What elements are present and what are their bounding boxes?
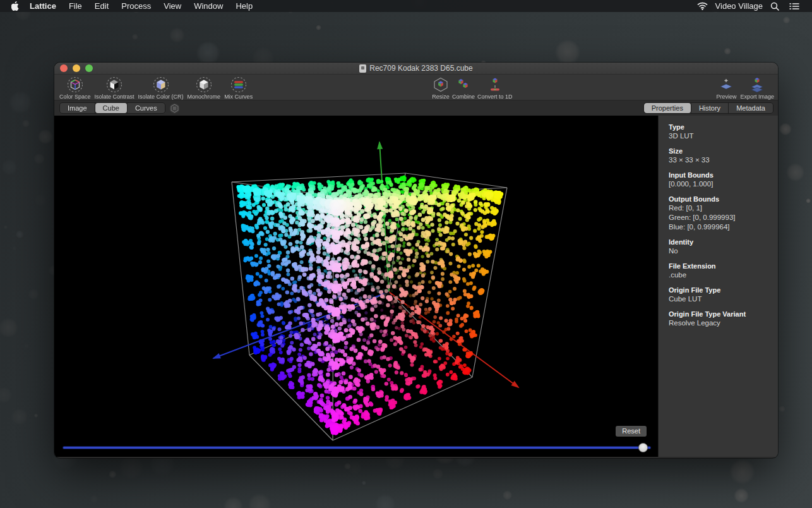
lattice-window: Rec709 Kodak 2383 D65.cube Color Space I… xyxy=(54,63,778,458)
export-image-icon xyxy=(748,76,766,93)
property-label: File Extension xyxy=(669,262,772,270)
search-icon[interactable] xyxy=(768,2,782,11)
slider-knob[interactable] xyxy=(638,443,648,452)
toolbar-label: Combine xyxy=(452,94,475,100)
menu-item-app[interactable]: Lattice xyxy=(26,1,63,11)
toolbar-label: Isolate Contrast xyxy=(95,94,134,100)
color-space-icon xyxy=(67,76,83,93)
view-mode-tabs: ImageCubeCurves xyxy=(59,102,165,114)
property-value: 33 × 33 × 33 xyxy=(669,156,772,164)
property-value: 3D LUT xyxy=(669,132,772,140)
toolbar-button-isolate-contrast[interactable]: Isolate Contrast xyxy=(95,76,134,100)
tab-cube[interactable]: Cube xyxy=(95,103,128,113)
property-value: Red: [0, 1] xyxy=(669,204,772,212)
tab-history[interactable]: History xyxy=(691,103,729,113)
property-value: Resolve Legacy xyxy=(669,319,772,327)
toolbar-label: Mix Curves xyxy=(224,94,253,100)
combine-icon xyxy=(454,76,473,93)
mix-curves-icon xyxy=(230,76,247,93)
apple-icon xyxy=(11,1,20,11)
menu-item-help[interactable]: Help xyxy=(229,1,259,11)
toolbar-button-isolate-color-cr[interactable]: Isolate Color (CR) xyxy=(138,76,184,100)
property-value: No xyxy=(669,247,772,255)
property-label: Origin File Type xyxy=(669,286,772,294)
toolbar-button-combine[interactable]: Combine xyxy=(452,76,475,100)
property-value: Cube LUT xyxy=(669,295,772,303)
lut-cube-canvas[interactable] xyxy=(54,116,658,457)
toolbar-label: Preview xyxy=(716,94,736,100)
reset-button[interactable]: Reset xyxy=(616,426,647,437)
tab-metadata[interactable]: Metadata xyxy=(729,103,773,113)
toolbar: Color Space Isolate Contrast Isolate Col… xyxy=(54,75,778,100)
list-icon[interactable] xyxy=(787,3,802,10)
lut-viewport[interactable]: Reset xyxy=(54,116,658,457)
resize-icon xyxy=(432,76,450,93)
property-label: Input Bounds xyxy=(669,171,772,179)
inspector-tabs: PropertiesHistoryMetadata xyxy=(643,102,773,114)
tab-properties[interactable]: Properties xyxy=(644,103,691,113)
cube-slices-icon xyxy=(169,103,180,114)
zoom-slider[interactable] xyxy=(63,442,650,452)
close-button[interactable] xyxy=(60,64,68,72)
zoom-button[interactable] xyxy=(85,64,93,72)
toolbar-button-mix-curves[interactable]: Mix Curves xyxy=(224,76,253,100)
toolbar-button-convert-to-1d[interactable]: Convert to 1D xyxy=(477,76,513,100)
property-label: Output Bounds xyxy=(669,195,772,203)
property-label: Type xyxy=(669,123,772,131)
properties-panel: Type3D LUTSize33 × 33 × 33Input Bounds[0… xyxy=(659,116,778,457)
slider-track[interactable] xyxy=(63,447,650,449)
window-title: Rec709 Kodak 2383 D65.cube xyxy=(369,64,472,73)
toolbar-button-resize[interactable]: Resize xyxy=(432,76,450,100)
toolbar-label: Color Space xyxy=(59,94,91,100)
isolate-color-icon xyxy=(153,76,169,93)
convert-1d-icon xyxy=(487,76,503,93)
toolbar-button-color-space[interactable]: Color Space xyxy=(59,76,91,100)
preview-icon xyxy=(717,76,735,93)
menu-item-edit[interactable]: Edit xyxy=(88,1,115,11)
titlebar[interactable]: Rec709 Kodak 2383 D65.cube xyxy=(54,63,778,75)
property-label: Identity xyxy=(669,238,772,246)
tab-strip: ImageCubeCurves PropertiesHistoryMetadat… xyxy=(54,100,778,116)
toolbar-label: Monochrome xyxy=(188,94,221,100)
cube-slices-button[interactable] xyxy=(169,103,180,114)
property-label: Size xyxy=(669,147,772,155)
toolbar-label: Isolate Color (CR) xyxy=(138,94,184,100)
wifi-icon[interactable] xyxy=(695,2,710,10)
apple-menu[interactable] xyxy=(0,1,26,11)
property-value: .cube xyxy=(669,271,772,279)
property-value: Blue: [0, 0.999964] xyxy=(669,223,772,231)
property-label: Origin File Type Variant xyxy=(669,310,772,318)
toolbar-label: Resize xyxy=(432,94,450,100)
toolbar-label: Export Image xyxy=(740,94,774,100)
menu-item-process[interactable]: Process xyxy=(115,1,157,11)
property-value: [0.000, 1.000] xyxy=(669,180,772,188)
minimize-button[interactable] xyxy=(73,64,80,72)
isolate-contrast-icon xyxy=(106,76,122,93)
menu-item-view[interactable]: View xyxy=(157,1,188,11)
toolbar-button-preview[interactable]: Preview xyxy=(716,76,736,100)
toolbar-label: Convert to 1D xyxy=(477,94,513,100)
toolbar-button-monochrome[interactable]: Monochrome xyxy=(188,76,221,100)
menu-item-file[interactable]: File xyxy=(63,1,88,11)
monochrome-icon xyxy=(196,76,212,93)
tab-image[interactable]: Image xyxy=(60,103,95,113)
menu-item-window[interactable]: Window xyxy=(188,1,229,11)
toolbar-button-export-image[interactable]: Export Image xyxy=(740,76,774,100)
document-proxy-icon[interactable] xyxy=(359,64,366,73)
tab-curves[interactable]: Curves xyxy=(128,103,165,113)
property-value: Green: [0, 0.999993] xyxy=(669,214,772,222)
menu-bar: Lattice FileEditProcessViewWindowHelp Vi… xyxy=(0,0,812,12)
status-text[interactable]: Video Village xyxy=(715,1,763,11)
